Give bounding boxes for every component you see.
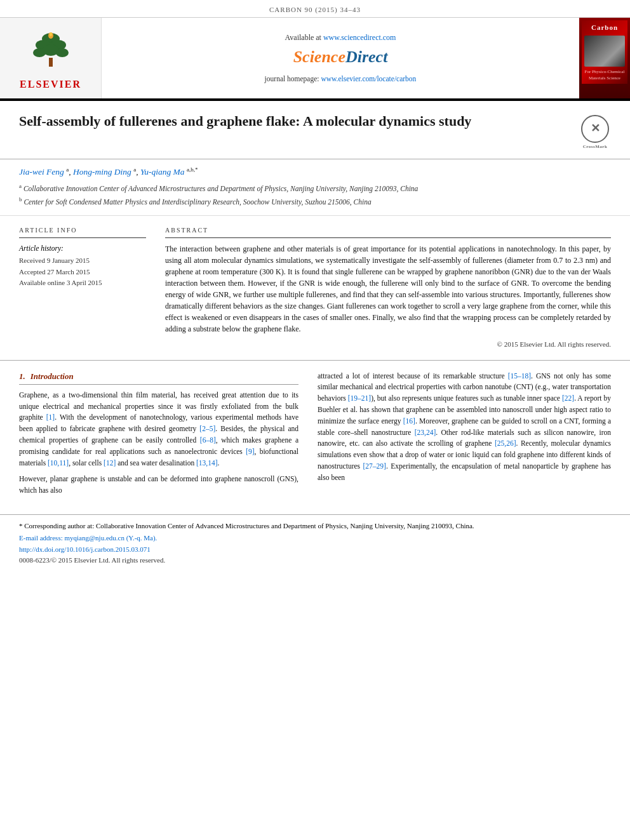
crossmark-icon: ✕ <box>581 115 609 143</box>
article-title: Self-assembly of fullerenes and graphene… <box>19 112 579 131</box>
word-and: and <box>117 459 128 467</box>
top-banner: ELSEVIER Available at www.sciencedirect.… <box>0 18 630 99</box>
sciencedirect-logo: ScienceDirect <box>293 46 388 69</box>
section-1-heading: 1. Introduction <box>19 371 298 385</box>
journal-cover-image: Carbon For Physico-ChemicalMaterials Sci… <box>582 20 627 84</box>
svg-point-5 <box>56 48 69 57</box>
right-body-column: attracted a lot of interest because of i… <box>318 371 611 502</box>
section-1-para-2: However, planar graphene is unstable and… <box>19 474 298 497</box>
authors-line: Jia-wei Feng a, Hong-ming Ding a, Yu-qia… <box>19 166 611 178</box>
section-1-right-para-1: attracted a lot of interest because of i… <box>318 371 611 484</box>
elsevier-tree-icon <box>25 32 76 67</box>
crossmark-badge[interactable]: ✕ CrossMark <box>579 112 611 150</box>
sciencedirect-link[interactable]: www.sciencedirect.com <box>323 33 396 42</box>
svg-rect-6 <box>49 58 53 67</box>
elsevier-label: ELSEVIER <box>20 77 81 91</box>
section-1-title: Introduction <box>30 371 74 382</box>
footnote-email: E-mail address: myqiang@nju.edu.cn (Y.-q… <box>19 533 611 543</box>
journal-citation: CARBON 90 (2015) 34–43 <box>269 6 361 13</box>
author-2: Hong-ming Ding <box>73 167 131 177</box>
affiliation-b: b Center for Soft Condensed Matter Physi… <box>19 196 611 207</box>
authors-section: Jia-wei Feng a, Hong-ming Ding a, Yu-qia… <box>0 159 630 216</box>
crossmark-label: CrossMark <box>583 144 608 150</box>
copyright-line: © 2015 Elsevier Ltd. All rights reserved… <box>165 340 611 349</box>
abstract-text: The interaction between graphene and oth… <box>165 243 611 335</box>
body-section: 1. Introduction Graphene, as a two-dimen… <box>0 361 630 502</box>
section-1-para-1: Graphene, as a two-dimensional thin film… <box>19 390 298 469</box>
journal-homepage: journal homepage: www.elsevier.com/locat… <box>265 74 417 84</box>
footnote-doi: http://dx.doi.org/10.1016/j.carbon.2015.… <box>19 545 611 554</box>
svg-point-8 <box>50 32 52 36</box>
footnote-corresponding: * Corresponding author at: Collaborative… <box>19 521 611 531</box>
author-1: Jia-wei Feng <box>19 167 64 177</box>
doi-link[interactable]: http://dx.doi.org/10.1016/j.carbon.2015.… <box>19 545 151 553</box>
affiliation-a: a Collaborative Innovation Center of Adv… <box>19 182 611 194</box>
article-info-column: ARTICLE INFO Article history: Received 9… <box>19 226 146 349</box>
info-abstract-section: ARTICLE INFO Article history: Received 9… <box>0 216 630 360</box>
journal-header: CARBON 90 (2015) 34–43 <box>0 0 630 18</box>
accepted-date: Accepted 27 March 2015 <box>19 267 146 277</box>
carbon-cover-title: Carbon <box>591 23 618 32</box>
footnotes-section: * Corresponding author at: Collaborative… <box>0 514 630 572</box>
article-history-label: Article history: <box>19 243 146 253</box>
journal-cover: Carbon For Physico-ChemicalMaterials Sci… <box>579 18 630 98</box>
email-link[interactable]: myqiang@nju.edu.cn <box>64 534 124 542</box>
available-text: Available at www.sciencedirect.com <box>285 32 396 43</box>
article-info-header: ARTICLE INFO <box>19 226 146 238</box>
author-3: Yu-qiang Ma <box>140 167 185 177</box>
elsevier-logo-image <box>16 24 86 75</box>
carbon-cover-subtitle: For Physico-ChemicalMaterials Science <box>585 69 625 82</box>
section-1-number: 1. <box>19 371 25 382</box>
available-online-date: Available online 3 April 2015 <box>19 278 146 288</box>
article-title-section: Self-assembly of fullerenes and graphene… <box>0 101 630 159</box>
received-date: Received 9 January 2015 <box>19 256 146 265</box>
abstract-header: ABSTRACT <box>165 226 611 238</box>
left-body-column: 1. Introduction Graphene, as a two-dimen… <box>19 371 298 502</box>
abstract-column: ABSTRACT The interaction between graphen… <box>165 226 611 349</box>
center-banner: Available at www.sciencedirect.com Scien… <box>102 18 579 98</box>
article-title-container: Self-assembly of fullerenes and graphene… <box>19 112 611 150</box>
elsevier-logo-section: ELSEVIER <box>0 18 102 98</box>
journal-homepage-link[interactable]: www.elsevier.com/locate/carbon <box>321 75 416 83</box>
footnote-issn: 0008-6223/© 2015 Elsevier Ltd. All right… <box>19 556 611 565</box>
